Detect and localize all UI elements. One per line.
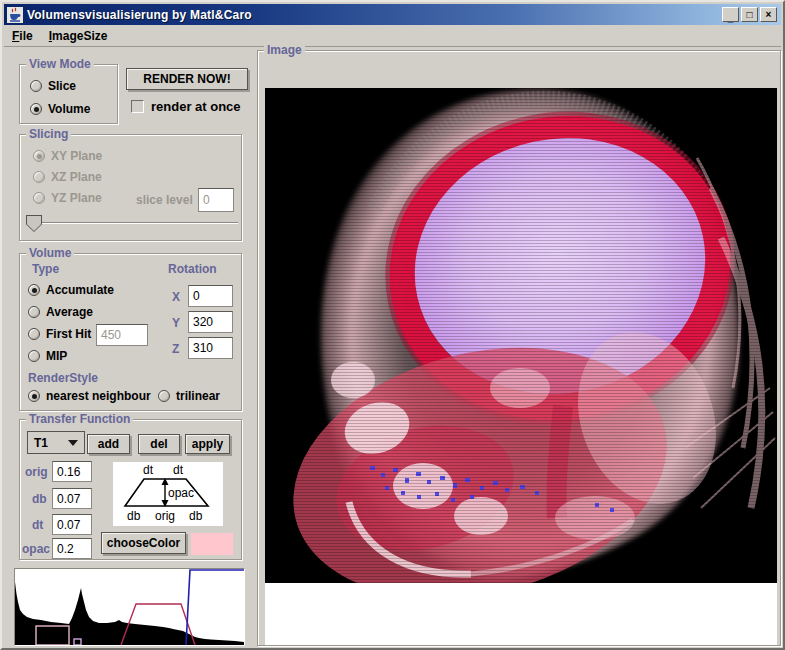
slicing-title: Slicing — [26, 127, 71, 141]
menu-bar: File ImageSize — [4, 25, 781, 47]
view-mode-group: View Mode Slice Volume — [19, 64, 118, 124]
slicing-group: Slicing XY Plane XZ Plane YZ Plane slice… — [19, 134, 242, 241]
image-title: Image — [264, 43, 305, 57]
opac-input[interactable] — [52, 538, 92, 559]
rotation-y-input[interactable] — [188, 311, 233, 333]
radio-xy-plane: XY Plane — [33, 149, 102, 163]
radio-icon — [28, 328, 40, 340]
diagram-dt-right-label: dt — [173, 463, 183, 477]
render-now-button[interactable]: RENDER NOW! — [126, 68, 248, 90]
radio-accumulate[interactable]: Accumulate — [28, 283, 114, 297]
volume-title: Volume — [26, 246, 74, 260]
transfer-function-group: Transfer Function T1 add del apply orig … — [19, 419, 242, 560]
rotation-label: Rotation — [168, 262, 217, 276]
render-at-once-checkbox[interactable]: render at once — [131, 99, 241, 114]
radio-slice[interactable]: Slice — [30, 79, 76, 93]
java-app-icon — [7, 7, 23, 23]
histogram-panel — [14, 568, 245, 646]
histogram-canvas — [15, 569, 244, 645]
orig-label: orig — [25, 465, 48, 479]
diagram-opac-label: opac — [168, 486, 194, 500]
preset-combobox[interactable]: T1 — [27, 431, 85, 454]
rotation-x-label: X — [172, 290, 180, 304]
opac-label: opac — [22, 542, 50, 556]
diagram-db-left-label: db — [127, 509, 140, 523]
radio-icon — [28, 306, 40, 318]
transfer-function-diagram: dt dt opac db orig db — [113, 462, 223, 526]
checkbox-icon — [131, 100, 144, 113]
radio-mip[interactable]: MIP — [28, 349, 67, 363]
radio-yz-plane: YZ Plane — [33, 191, 102, 205]
radio-icon — [33, 192, 45, 204]
radio-nearest-neighbour[interactable]: nearest neighbour — [28, 389, 151, 403]
del-button[interactable]: del — [138, 434, 180, 454]
diagram-orig-label: orig — [155, 509, 175, 523]
image-group: Image — [257, 50, 781, 646]
db-label: db — [32, 492, 47, 506]
preset-value: T1 — [34, 436, 48, 450]
radio-icon — [28, 350, 40, 362]
radio-trilinear[interactable]: trilinear — [158, 389, 220, 403]
radio-icon — [28, 284, 40, 296]
apply-button[interactable]: apply — [185, 434, 230, 454]
radio-icon — [33, 150, 45, 162]
image-canvas — [265, 88, 777, 645]
radio-xz-plane: XZ Plane — [33, 170, 102, 184]
slice-slider — [26, 215, 238, 233]
menu-imagesize[interactable]: ImageSize — [41, 26, 116, 46]
first-hit-input — [96, 324, 148, 346]
maximize-button[interactable]: □ — [741, 7, 758, 22]
radio-volume[interactable]: Volume — [30, 102, 90, 116]
title-bar[interactable]: Volumensvisualisierung by Matl&Caro _ □ … — [4, 4, 781, 25]
slice-level-label: slice level — [136, 193, 193, 207]
scanline-overlay — [265, 88, 777, 583]
dt-input[interactable] — [52, 514, 92, 535]
choose-color-button[interactable]: chooseColor — [101, 532, 186, 554]
diagram-db-right-label: db — [189, 509, 202, 523]
volume-render-skull — [265, 88, 777, 583]
radio-average[interactable]: Average — [28, 305, 93, 319]
volume-group: Volume Type Accumulate Average First Hit… — [19, 253, 242, 411]
render-style-label: RenderStyle — [28, 371, 98, 385]
chevron-down-icon — [68, 440, 78, 446]
slider-thumb — [26, 215, 42, 232]
add-button[interactable]: add — [87, 434, 130, 454]
menu-file[interactable]: File — [4, 26, 41, 46]
minimize-button[interactable]: _ — [722, 7, 739, 22]
view-mode-title: View Mode — [26, 57, 94, 71]
radio-icon — [33, 171, 45, 183]
transfer-function-title: Transfer Function — [26, 412, 133, 426]
rotation-z-input[interactable] — [188, 337, 233, 359]
radio-icon — [30, 80, 42, 92]
diagram-dt-left-label: dt — [143, 463, 153, 477]
radio-icon — [158, 390, 170, 402]
rotation-x-input[interactable] — [188, 285, 233, 307]
color-swatch — [191, 533, 233, 555]
type-label: Type — [32, 262, 59, 276]
radio-icon — [30, 103, 42, 115]
close-button[interactable]: × — [760, 7, 777, 22]
slider-track — [26, 222, 238, 224]
orig-input[interactable] — [52, 461, 92, 482]
slice-level-input — [198, 188, 234, 212]
dt-label: dt — [32, 518, 43, 532]
rotation-z-label: Z — [172, 342, 179, 356]
db-input[interactable] — [52, 488, 92, 509]
radio-icon — [28, 390, 40, 402]
radio-first-hit[interactable]: First Hit — [28, 327, 91, 341]
app-window: Volumensvisualisierung by Matl&Caro _ □ … — [0, 0, 785, 650]
rotation-y-label: Y — [172, 316, 180, 330]
window-title: Volumensvisualisierung by Matl&Caro — [27, 8, 252, 22]
